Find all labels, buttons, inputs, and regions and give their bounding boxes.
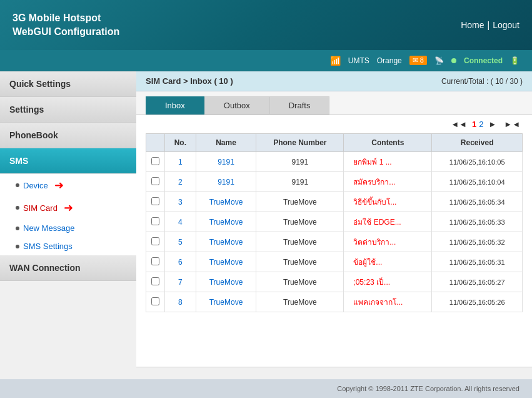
table-container: No. Name Phone Number Contents Received …: [136, 133, 532, 367]
page-2-btn[interactable]: 2: [479, 120, 483, 129]
tab-outbox[interactable]: Outbox: [204, 96, 269, 115]
row-phone-3: TrueMove: [256, 192, 344, 212]
sidebar-item-sms[interactable]: SMS: [0, 148, 136, 173]
row-name-6: TrueMove: [196, 252, 256, 272]
row-phone-8: TrueMove: [256, 292, 344, 312]
signal-icon: 📶: [330, 56, 341, 66]
breadcrumb: SIM Card > Inbox ( 10 ): [146, 76, 233, 86]
row-no-3[interactable]: 3: [165, 192, 196, 212]
row-no-4[interactable]: 4: [165, 212, 196, 232]
sidebar: Quick Settings Settings PhoneBook SMS De…: [0, 71, 136, 379]
bullet-icon: [16, 245, 19, 248]
battery-icon: 🔋: [510, 56, 519, 65]
home-link[interactable]: Home: [461, 20, 484, 30]
row-received-2: 11/06/25,16:10:04: [432, 172, 523, 192]
bullet-icon: [16, 227, 19, 230]
main-content: SIM Card > Inbox ( 10 ) Current/Total : …: [136, 71, 532, 379]
inbox-table: No. Name Phone Number Contents Received …: [146, 133, 523, 312]
header-nav: Home | Logout: [461, 20, 519, 30]
layout: Quick Settings Settings PhoneBook SMS De…: [0, 71, 532, 379]
messages-count: ✉ 8: [409, 56, 427, 65]
sidebar-item-wan[interactable]: WAN Connection: [0, 255, 136, 281]
row-contents-7: ;05:23 เป็...: [344, 272, 432, 292]
sms-submenu: Device ➜ SIM Card ➜ New Message SMS Sett…: [0, 173, 136, 255]
sidebar-sub-sms-settings[interactable]: SMS Settings: [0, 237, 136, 255]
current-page: 1: [472, 120, 476, 129]
row-checkbox-1[interactable]: [146, 152, 165, 172]
network-type: UMTS: [348, 56, 369, 65]
sidebar-item-settings[interactable]: Settings: [0, 97, 136, 123]
row-no-1[interactable]: 1: [165, 152, 196, 172]
table-row: 1 9191 9191 ยกพิมพ์ 1 ... 11/06/25,16:10…: [146, 152, 523, 172]
sidebar-item-quick-settings[interactable]: Quick Settings: [0, 71, 136, 97]
row-checkbox-8[interactable]: [146, 292, 165, 312]
simcard-link[interactable]: SIM Card: [23, 203, 58, 213]
col-name: Name: [196, 134, 256, 152]
row-received-5: 11/06/25,16:05:32: [432, 232, 523, 252]
row-checkbox-2[interactable]: [146, 172, 165, 192]
row-name-3: TrueMove: [196, 192, 256, 212]
tab-drafts[interactable]: Drafts: [269, 96, 330, 115]
sidebar-sub-simcard[interactable]: SIM Card ➜: [0, 196, 136, 219]
row-received-1: 11/06/25,16:10:05: [432, 152, 523, 172]
breadcrumb-bar: SIM Card > Inbox ( 10 ) Current/Total : …: [136, 71, 532, 91]
carrier-name: Orange: [377, 56, 402, 65]
row-checkbox-3[interactable]: [146, 192, 165, 212]
row-name-2: 9191: [196, 172, 256, 192]
arrow-icon-2: ➜: [64, 201, 73, 215]
row-checkbox-4[interactable]: [146, 212, 165, 232]
header: 3G Mobile Hotspot WebGUI Configuration H…: [0, 0, 532, 50]
col-contents: Contents: [344, 134, 432, 152]
table-row: 3 TrueMove TrueMove วิธีข้ขึ้นกับโ... 11…: [146, 192, 523, 212]
sidebar-item-phonebook[interactable]: PhoneBook: [0, 123, 136, 148]
row-contents-1: ยกพิมพ์ 1 ...: [344, 152, 432, 172]
footer: Copyright © 1998-2011 ZTE Corporation. A…: [0, 379, 532, 398]
new-message-link[interactable]: New Message: [23, 223, 74, 233]
row-name-4: TrueMove: [196, 212, 256, 232]
table-row: 5 TrueMove TrueMove วิตด่าบริกา... 11/06…: [146, 232, 523, 252]
table-row: 2 9191 9191 สมัครบริกา... 11/06/25,16:10…: [146, 172, 523, 192]
row-received-8: 11/06/25,16:05:26: [432, 292, 523, 312]
sidebar-sub-device[interactable]: Device ➜: [0, 174, 136, 196]
row-contents-2: สมัครบริกา...: [344, 172, 432, 192]
row-received-3: 11/06/25,16:05:34: [432, 192, 523, 212]
row-name-7: TrueMove: [196, 272, 256, 292]
row-phone-2: 9191: [256, 172, 344, 192]
next-page-btn[interactable]: ►: [486, 118, 499, 130]
row-no-2[interactable]: 2: [165, 172, 196, 192]
bullet-icon: [16, 183, 19, 187]
row-phone-1: 9191: [256, 152, 344, 172]
wifi-icon: 📡: [434, 56, 444, 65]
copyright-text: Copyright © 1998-2011 ZTE Corporation. A…: [337, 385, 519, 392]
first-page-btn[interactable]: ◄◄: [448, 118, 469, 130]
connected-dot: [451, 58, 456, 63]
row-contents-8: แพคเกจจากโ...: [344, 292, 432, 312]
row-checkbox-5[interactable]: [146, 232, 165, 252]
row-phone-4: TrueMove: [256, 212, 344, 232]
sms-settings-link[interactable]: SMS Settings: [23, 242, 73, 251]
row-no-7[interactable]: 7: [165, 272, 196, 292]
tabs-container: Inbox Outbox Drafts: [136, 91, 532, 115]
horizontal-scrollbar[interactable]: [136, 367, 532, 379]
arrow-icon-1: ➜: [54, 178, 64, 192]
last-page-btn[interactable]: ►◄: [501, 118, 523, 130]
row-phone-5: TrueMove: [256, 232, 344, 252]
row-contents-3: วิธีข้ขึ้นกับโ...: [344, 192, 432, 212]
row-checkbox-7[interactable]: [146, 272, 165, 292]
sidebar-sub-new-message[interactable]: New Message: [0, 219, 136, 237]
row-checkbox-6[interactable]: [146, 252, 165, 272]
row-contents-4: อ่มใช้ EDGE...: [344, 212, 432, 232]
logout-link[interactable]: Logout: [493, 20, 519, 30]
tab-inbox[interactable]: Inbox: [146, 96, 204, 115]
row-no-8[interactable]: 8: [165, 292, 196, 312]
row-no-5[interactable]: 5: [165, 232, 196, 252]
col-checkbox: [146, 134, 165, 152]
row-received-7: 11/06/25,16:05:27: [432, 272, 523, 292]
table-row: 6 TrueMove TrueMove ข้อผู้ใช้... 11/06/2…: [146, 252, 523, 272]
col-phone: Phone Number: [256, 134, 344, 152]
pagination: ◄◄ 1 2 ► ►◄: [136, 115, 532, 133]
col-no: No.: [165, 134, 196, 152]
row-name-5: TrueMove: [196, 232, 256, 252]
device-link[interactable]: Device: [23, 181, 48, 190]
row-no-6[interactable]: 6: [165, 252, 196, 272]
